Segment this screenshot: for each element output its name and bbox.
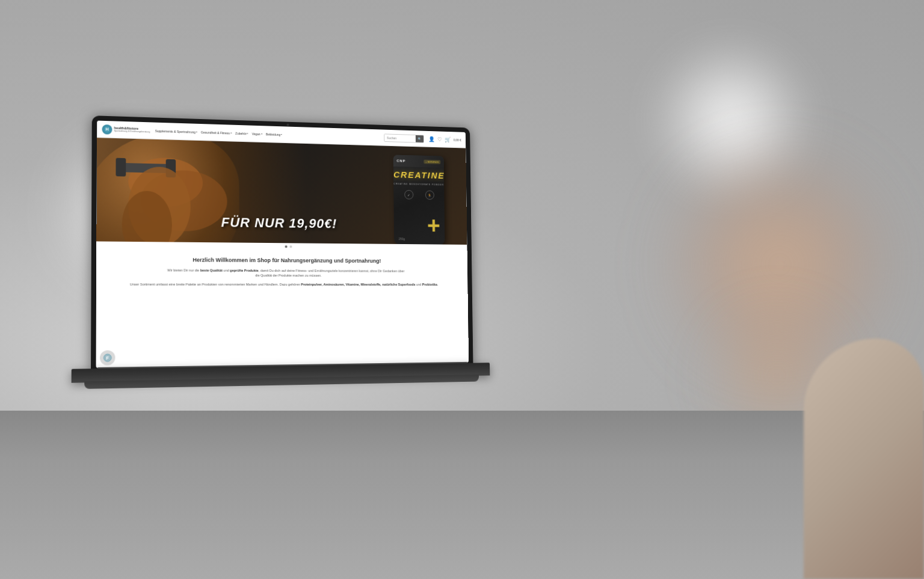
welcome-text-part2: und: [223, 268, 230, 272]
brand-logo-cnp: CNP: [396, 159, 405, 162]
hero-price-text: FÜR NUR 19,90€!: [221, 215, 383, 232]
chevron-down-icon: ▾: [261, 132, 262, 135]
categories-text-1: Unser Sortiment umfasst eine breite Pale…: [130, 283, 301, 286]
laptop-screen-outer: H health&fitstore Sportnahrung & Ernähru…: [91, 115, 473, 373]
search-button[interactable]: 🔍: [416, 135, 424, 142]
categories-bold: Proteinpulver, Aminosäuren, Vitamine, Mi…: [301, 283, 415, 286]
search-input[interactable]: [384, 134, 416, 142]
categories-text-2: und: [415, 283, 422, 286]
wishlist-icon[interactable]: ♡: [437, 136, 442, 142]
package-weight: 250g: [399, 237, 405, 240]
screen-camera: [287, 124, 289, 126]
chevron-down-icon: ▾: [247, 132, 248, 135]
categories-bold-2: Probiotika: [422, 283, 437, 286]
welcome-paragraph-2: Unser Sortiment umfasst eine breite Pale…: [109, 282, 457, 287]
nav-item-gesundheit[interactable]: Gesundheit & Fitness ▾: [201, 130, 232, 135]
package-plus-sign: +: [427, 213, 440, 237]
slider-dot-1[interactable]: [285, 245, 288, 248]
nav-item-zubehoer[interactable]: Zubehör ▾: [235, 131, 248, 135]
welcome-text-part3: , damit Du dich auf deine Fitness- und E…: [255, 268, 404, 277]
package-top-stripe: CNP + SERVINGS: [393, 155, 444, 168]
chevron-down-icon: ▾: [230, 132, 232, 135]
chevron-down-icon: ▾: [196, 130, 197, 133]
product-package: CNP + SERVINGS CREATINE CREATINE MONOHYD…: [393, 155, 445, 245]
product-subtitle: CREATINE MONOHYDRATE POWDER: [393, 183, 444, 186]
categories-text-end: .: [437, 283, 438, 286]
hero-banner: CNP + SERVINGS CREATINE CREATINE MONOHYD…: [96, 138, 467, 244]
hero-price-overlay: FÜR NUR 19,90€!: [221, 215, 383, 232]
account-icon[interactable]: 👤: [428, 136, 434, 142]
welcome-heading: Herzlich Willkommen im Shop für Nahrungs…: [109, 256, 456, 264]
laptop-screen-inner: H health&fitstore Sportnahrung & Ernähru…: [96, 121, 469, 368]
hero-product: CNP + SERVINGS CREATINE CREATINE MONOHYD…: [393, 155, 445, 245]
slider-dot-2[interactable]: [289, 245, 292, 248]
nav-item-vegan[interactable]: Vegan ▾: [252, 132, 262, 135]
package-icon-2: 🏃: [425, 191, 434, 200]
nav-label-bekleidung: Bekleidung: [266, 132, 280, 136]
cart-icon[interactable]: 🛒: [445, 136, 451, 142]
nav-menu: Supplements & Sportnahrung ▾ Gesundheit …: [155, 129, 380, 139]
product-name-creatine: CREATINE: [393, 170, 444, 180]
welcome-section: Herzlich Willkommen im Shop für Nahrungs…: [96, 248, 469, 368]
pro-badge: + SERVINGS: [424, 159, 440, 164]
nav-item-supplements[interactable]: Supplements & Sportnahrung ▾: [155, 129, 197, 133]
laptop: H health&fitstore Sportnahrung & Ernähru…: [71, 115, 480, 465]
package-icon-1: ✓: [404, 190, 413, 200]
welcome-bold-2: geprüfte Produkte: [230, 268, 259, 272]
chevron-down-icon: ▾: [281, 133, 282, 136]
logo-subtitle: Sportnahrung & Ernährungsberatung: [114, 130, 150, 133]
svg-text:F: F: [106, 356, 109, 360]
nav-item-bekleidung[interactable]: Bekleidung ▾: [266, 132, 282, 136]
logo-text-block: health&fitstore Sportnahrung & Ernährung…: [114, 126, 150, 133]
welcome-bold-1: beste Qualität: [200, 268, 223, 272]
cart-price: 0,00 €: [454, 138, 461, 141]
welcome-text-part1: Wir bieten Dir nur die: [167, 268, 200, 272]
nav-label-gesundheit: Gesundheit & Fitness: [201, 130, 230, 135]
package-icons: ✓ 🏃: [398, 190, 440, 200]
nav-label-zubehoer: Zubehör: [235, 131, 247, 135]
svg-rect-3: [116, 158, 126, 177]
nav-label-supplements: Supplements & Sportnahrung: [155, 129, 196, 133]
nav-label-vegan: Vegan: [252, 132, 260, 135]
welcome-paragraph-1: Wir bieten Dir nur die beste Qualität un…: [167, 268, 405, 279]
header-icons: 👤 ♡ 🛒 0,00 €: [428, 136, 461, 142]
logo-icon: H: [102, 124, 112, 134]
website-content: H health&fitstore Sportnahrung & Ernähru…: [96, 121, 469, 368]
search-bar[interactable]: 🔍: [384, 133, 424, 142]
site-logo: H health&fitstore Sportnahrung & Ernähru…: [102, 124, 150, 135]
chair-back: [804, 339, 924, 579]
